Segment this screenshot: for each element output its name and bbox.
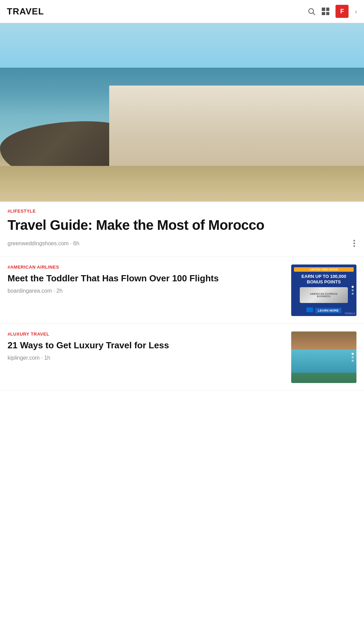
- dot-1: [352, 286, 354, 288]
- amex-card-label: AMERICAN EXPRESS: [310, 293, 338, 295]
- search-icon[interactable]: [307, 7, 316, 15]
- featured-meta: greenweddingshoes.com · 6h: [8, 238, 356, 248]
- article-content-1: AMERICAN AIRLINES Meet the Toddler That …: [8, 265, 286, 294]
- header: TRAVEL F ›: [0, 0, 364, 23]
- dot-2-3: [352, 360, 354, 362]
- article-thumbnail-2: [291, 331, 356, 383]
- article-source-2: kiplinger.com · 1h: [8, 355, 50, 361]
- dots-indicator: [352, 286, 354, 295]
- amex-card: AMERICAN EXPRESS BUSINESS: [300, 287, 348, 303]
- dot-3: [352, 293, 354, 295]
- amex-badge: LIMITED TIME OFFER: [294, 267, 354, 272]
- featured-source: greenweddingshoes.com · 6h: [8, 240, 79, 247]
- hero-image[interactable]: [0, 23, 364, 202]
- featured-title: Travel Guide: Make the Most of Morocco: [8, 217, 356, 233]
- amex-card-sublabel: BUSINESS: [310, 295, 338, 297]
- article-content-2: LUXURY TRAVEL 21 Ways to Get Luxury Trav…: [8, 331, 286, 361]
- header-icons: F ›: [307, 5, 357, 18]
- amex-terms: TERMS A: [344, 312, 355, 315]
- dot-2-2: [352, 356, 354, 358]
- article-tag-2: LUXURY TRAVEL: [8, 331, 286, 337]
- header-title: TRAVEL: [7, 6, 44, 17]
- article-title-1: Meet the Toddler That Has Flown Over 100…: [8, 273, 286, 284]
- luxury-image: [291, 331, 356, 383]
- article-title-2: 21 Ways to Get Luxury Travel for Less: [8, 340, 286, 351]
- featured-article[interactable]: LIFESTYLE Travel Guide: Make the Most of…: [0, 202, 364, 257]
- chevron-right-icon[interactable]: ›: [355, 8, 357, 15]
- dots-indicator-2: [352, 353, 354, 362]
- amex-learn-more[interactable]: LEARN MORE: [315, 308, 342, 313]
- svg-line-1: [313, 13, 315, 15]
- grid-icon[interactable]: [322, 8, 329, 15]
- article-item-1[interactable]: AMERICAN AIRLINES Meet the Toddler That …: [0, 257, 364, 324]
- amex-headline: EARN UP TO 100,000 BONUS POINTS: [294, 274, 354, 284]
- article-source-1: boardingarea.com · 2h: [8, 288, 62, 294]
- featured-tag: LIFESTYLE: [8, 209, 356, 214]
- flipboard-icon[interactable]: F: [335, 5, 349, 18]
- article-item-2[interactable]: LUXURY TRAVEL 21 Ways to Get Luxury Trav…: [0, 324, 364, 391]
- more-options-button[interactable]: [352, 238, 356, 248]
- dot-2-1: [352, 353, 354, 355]
- article-thumbnail-1: LIMITED TIME OFFER EARN UP TO 100,000 BO…: [291, 265, 356, 316]
- article-tag-1: AMERICAN AIRLINES: [8, 265, 286, 270]
- amex-logo-icon: [306, 307, 313, 312]
- dot-2: [352, 289, 354, 291]
- amex-ad[interactable]: LIMITED TIME OFFER EARN UP TO 100,000 BO…: [291, 265, 356, 316]
